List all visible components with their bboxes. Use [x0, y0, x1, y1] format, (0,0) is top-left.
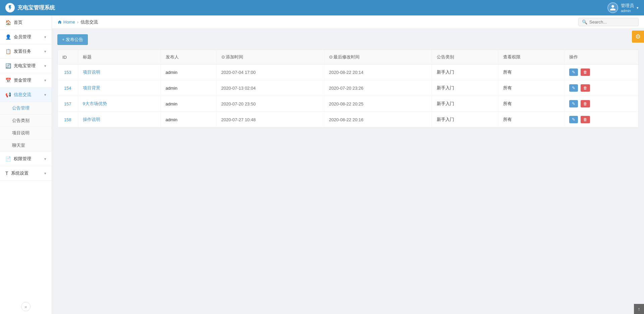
- charger-icon: 🔄: [5, 63, 11, 69]
- submenu-announcement-mgmt[interactable]: 公告管理: [0, 102, 52, 115]
- sidebar-item-settings[interactable]: T 系统设置 ▾: [0, 166, 52, 181]
- col-header-permission: 查看权限: [498, 50, 565, 64]
- search-input[interactable]: [589, 19, 636, 25]
- cell-publisher: admin: [161, 80, 216, 96]
- submenu-announcement-category[interactable]: 公告类别: [0, 115, 52, 127]
- col-header-add-time: ⊙添加时间: [216, 50, 324, 64]
- col-header-publisher: 发布人: [161, 50, 216, 64]
- cell-add-time: 2020-07-13 02:04: [216, 80, 324, 96]
- dropdown-arrow: ▾: [637, 6, 639, 10]
- breadcrumb: Home › 信息交流: [57, 19, 98, 25]
- cell-category: 新手入门: [432, 96, 498, 112]
- cell-modify-time: 2020-08-22 20:14: [324, 64, 432, 80]
- cell-actions: ✎ 🗑: [565, 64, 638, 80]
- col-header-title: 标题: [78, 50, 161, 64]
- cell-modify-time: 2020-07-20 23:26: [324, 80, 432, 96]
- cell-add-time: 2020-07-04 17:00: [216, 64, 324, 80]
- cell-category: 新手入门: [432, 64, 498, 80]
- sidebar-item-permission[interactable]: 📄 权限管理 ▾: [0, 152, 52, 166]
- topbar: Home › 信息交流 🔍: [52, 15, 644, 29]
- sidebar-collapse-button[interactable]: «: [21, 302, 31, 311]
- sidebar-item-info[interactable]: 📢 信息交流 ▾: [0, 88, 52, 102]
- submenu-project-description[interactable]: 项目说明: [0, 127, 52, 139]
- cell-title: 项目说明: [78, 64, 161, 80]
- sidebar-label-permission: 权限管理: [14, 156, 31, 162]
- sidebar-item-finance[interactable]: 📅 资金管理 ▾: [0, 73, 52, 88]
- user-name: 管理员: [621, 3, 634, 9]
- cell-permission: 所有: [498, 80, 565, 96]
- settings-gear-icon: ⚙: [635, 33, 641, 40]
- cell-permission: 所有: [498, 96, 565, 112]
- chevron-finance: ▾: [44, 78, 46, 83]
- chevron-settings: ▾: [44, 171, 46, 176]
- delete-button[interactable]: 🗑: [581, 100, 590, 107]
- cell-add-time: 2020-07-20 23:50: [216, 96, 324, 112]
- table-row: 154 项目背景 admin 2020-07-13 02:04 2020-07-…: [58, 80, 638, 96]
- edit-button[interactable]: ✎: [569, 84, 578, 92]
- scroll-top-button[interactable]: ↑: [634, 304, 644, 314]
- avatar: [607, 2, 618, 13]
- cell-title: 操作说明: [78, 112, 161, 128]
- breadcrumb-separator: ›: [77, 19, 78, 25]
- chevron-task: ▾: [44, 49, 46, 54]
- delete-button[interactable]: 🗑: [581, 69, 590, 76]
- toolbar: + 发布公告: [57, 34, 639, 45]
- logo-icon: [5, 3, 15, 12]
- publish-button[interactable]: + 发布公告: [57, 34, 88, 45]
- breadcrumb-current: 信息交流: [80, 19, 98, 25]
- announcements-table: ID 标题 发布人 ⊙添加时间 ⊙最后修改时间 公告类别 查看权限 操作 153…: [57, 50, 639, 128]
- cell-permission: 所有: [498, 64, 565, 80]
- user-menu[interactable]: 管理员 admin ▾: [607, 2, 639, 13]
- col-header-modify-time: ⊙最后修改时间: [324, 50, 432, 64]
- cell-add-time: 2020-07-27 10:48: [216, 112, 324, 128]
- sidebar-item-member[interactable]: 👤 会员管理 ▾: [0, 30, 52, 44]
- cell-modify-time: 2020-08-22 20:25: [324, 96, 432, 112]
- info-icon: 📢: [5, 92, 11, 97]
- cell-permission: 所有: [498, 112, 565, 128]
- sidebar: 🏠 首页 👤 会员管理 ▾ 📋 发置任务 ▾ 🔄 充电宝管理 ▾: [0, 15, 52, 314]
- sidebar-item-task[interactable]: 📋 发置任务 ▾: [0, 44, 52, 59]
- cell-actions: ✎ 🗑: [565, 112, 638, 128]
- cell-publisher: admin: [161, 96, 216, 112]
- col-header-actions: 操作: [565, 50, 638, 64]
- app-header: 充电宝管理系统 管理员 admin ▾: [0, 0, 644, 15]
- chevron-info: ▾: [44, 93, 46, 97]
- delete-button[interactable]: 🗑: [581, 116, 590, 123]
- delete-button[interactable]: 🗑: [581, 84, 590, 92]
- cell-category: 新手入门: [432, 80, 498, 96]
- finance-icon: 📅: [5, 78, 11, 83]
- task-icon: 📋: [5, 49, 11, 54]
- breadcrumb-home[interactable]: Home: [57, 19, 75, 25]
- breadcrumb-home-label: Home: [63, 19, 75, 25]
- edit-button[interactable]: ✎: [569, 69, 578, 76]
- cell-id: 157: [58, 96, 78, 112]
- cell-title: 9大市场优势: [78, 96, 161, 112]
- sidebar-label-finance: 资金管理: [14, 77, 31, 83]
- member-icon: 👤: [5, 34, 11, 40]
- cell-id: 154: [58, 80, 78, 96]
- sidebar-label-info: 信息交流: [14, 92, 31, 98]
- sidebar-label-home: 首页: [14, 19, 22, 26]
- table-row: 157 9大市场优势 admin 2020-07-20 23:50 2020-0…: [58, 96, 638, 112]
- edit-button[interactable]: ✎: [569, 116, 578, 123]
- scroll-top-icon: ↑: [638, 306, 640, 312]
- cell-id: 153: [58, 64, 78, 80]
- cell-modify-time: 2020-08-22 20:16: [324, 112, 432, 128]
- chevron-permission: ▾: [44, 157, 46, 161]
- user-role: admin: [621, 9, 634, 13]
- page-content: + 发布公告 ID 标题 发布人 ⊙添加时间 ⊙最后修改时间 公告类别 查看权限: [52, 29, 644, 314]
- info-submenu: 公告管理 公告类别 项目说明 聊天室: [0, 102, 52, 152]
- search-icon: 🔍: [582, 19, 587, 25]
- search-box[interactable]: 🔍: [578, 18, 639, 26]
- sidebar-label-settings: 系统设置: [11, 170, 29, 176]
- submenu-chat[interactable]: 聊天室: [0, 139, 52, 152]
- cell-publisher: admin: [161, 64, 216, 80]
- edit-button[interactable]: ✎: [569, 100, 578, 107]
- sidebar-item-charger[interactable]: 🔄 充电宝管理 ▾: [0, 59, 52, 73]
- sidebar-item-home[interactable]: 🏠 首页: [0, 15, 52, 30]
- settings-panel-button[interactable]: ⚙: [632, 31, 644, 43]
- cell-actions: ✎ 🗑: [565, 80, 638, 96]
- col-header-category: 公告类别: [432, 50, 498, 64]
- cell-title: 项目背景: [78, 80, 161, 96]
- app-logo: 充电宝管理系统: [5, 3, 55, 12]
